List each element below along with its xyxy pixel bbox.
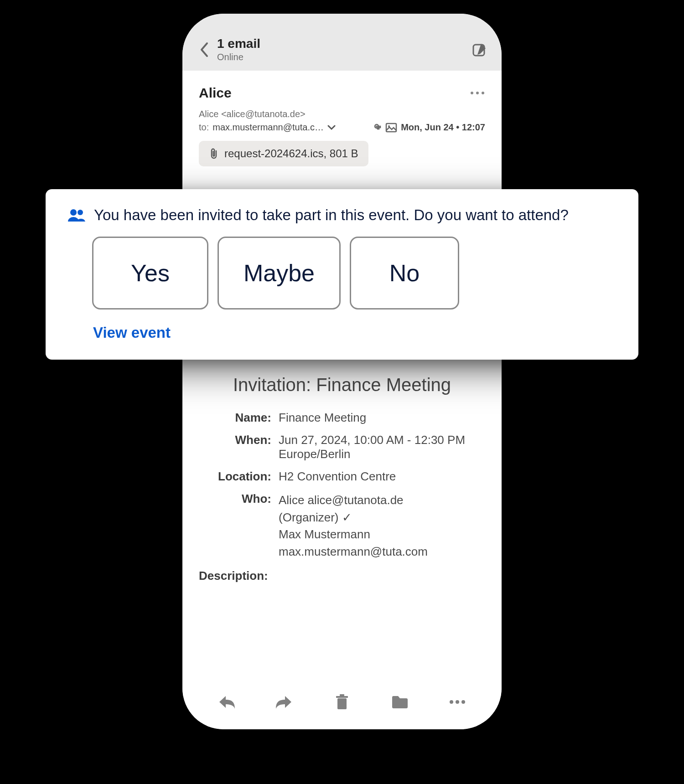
label-when: When: [199, 433, 279, 461]
header-title: 1 email [217, 36, 471, 51]
image-icon [385, 123, 397, 133]
chevron-left-icon [199, 42, 209, 57]
svg-point-9 [450, 700, 453, 704]
compose-button[interactable] [471, 41, 489, 59]
who-attendee-name: Max Mustermann [279, 526, 485, 543]
bottom-action-bar [182, 675, 502, 729]
value-who: Alice alice@tutanota.de (Organizer) ✓ Ma… [279, 492, 485, 561]
svg-point-13 [78, 210, 83, 215]
header-status: Online [217, 52, 471, 62]
label-location: Location: [199, 469, 279, 484]
expand-recipients-button[interactable] [327, 125, 336, 130]
svg-point-2 [476, 92, 479, 94]
reply-button[interactable] [213, 688, 240, 716]
email-datetime: Mon, Jun 24 • 12:07 [401, 122, 485, 133]
more-horizontal-icon [449, 700, 466, 704]
rsvp-no-button[interactable]: No [350, 237, 459, 309]
move-button[interactable] [386, 688, 414, 716]
value-when: Jun 27, 2024, 10:00 AM - 12:30 PM Europe… [279, 433, 485, 461]
chevron-down-icon [327, 125, 336, 130]
rsvp-maybe-button[interactable]: Maybe [218, 237, 341, 309]
reply-icon [218, 694, 236, 710]
delete-button[interactable] [328, 688, 356, 716]
rsvp-prompt: You have been invited to take part in th… [94, 206, 569, 224]
email-header-card: Alice Alice <alice@tutanota.de> to: max.… [188, 75, 496, 172]
folder-icon [391, 695, 409, 709]
trash-icon [335, 694, 349, 710]
email-more-button[interactable] [470, 91, 485, 95]
to-value: max.mustermann@tuta.c… [212, 122, 324, 133]
back-button[interactable] [195, 41, 213, 59]
label-description: Description: [199, 569, 275, 583]
svg-rect-4 [386, 124, 396, 132]
label-name: Name: [199, 411, 279, 425]
paperclip-icon [209, 148, 219, 160]
value-location: H2 Convention Centre [279, 469, 485, 484]
people-icon [67, 208, 86, 222]
rsvp-card: You have been invited to take part in th… [46, 189, 638, 360]
svg-rect-7 [336, 696, 348, 698]
forward-icon [275, 694, 293, 710]
label-who: Who: [199, 492, 279, 561]
svg-rect-6 [337, 698, 347, 709]
svg-rect-8 [340, 694, 344, 696]
value-name: Finance Meeting [279, 411, 485, 425]
who-organizer-name: Alice alice@tutanota.de [279, 492, 485, 509]
view-event-link[interactable]: View event [93, 324, 171, 341]
sender-name: Alice [199, 85, 232, 101]
svg-point-1 [471, 92, 473, 94]
compose-icon [472, 42, 487, 57]
more-horizontal-icon [470, 91, 485, 95]
svg-point-12 [70, 209, 77, 216]
more-actions-button[interactable] [444, 688, 471, 716]
to-label: to: [199, 122, 209, 133]
encryption-icon [371, 123, 382, 133]
to-row: to: max.mustermann@tuta.c… Mon, Jun 24 •… [199, 122, 485, 133]
svg-point-11 [461, 700, 465, 704]
svg-point-3 [482, 92, 484, 94]
from-line: Alice <alice@tutanota.de> [199, 109, 485, 119]
app-header: 1 email Online [182, 14, 502, 71]
invitation-title: Invitation: Finance Meeting [199, 372, 485, 397]
who-organizer-role: (Organizer) ✓ [279, 509, 485, 526]
attachment-label: request-2024624.ics, 801 B [224, 147, 358, 160]
forward-button[interactable] [270, 688, 298, 716]
who-attendee-email: max.mustermann@tuta.com [279, 543, 485, 561]
attachment-chip[interactable]: request-2024624.ics, 801 B [199, 141, 368, 166]
svg-point-10 [456, 700, 459, 704]
rsvp-yes-button[interactable]: Yes [92, 237, 208, 309]
phone-frame: 1 email Online Alice Alice <alice@tutano… [182, 14, 502, 729]
invitation-body: Invitation: Finance Meeting Name: Financ… [188, 372, 496, 600]
